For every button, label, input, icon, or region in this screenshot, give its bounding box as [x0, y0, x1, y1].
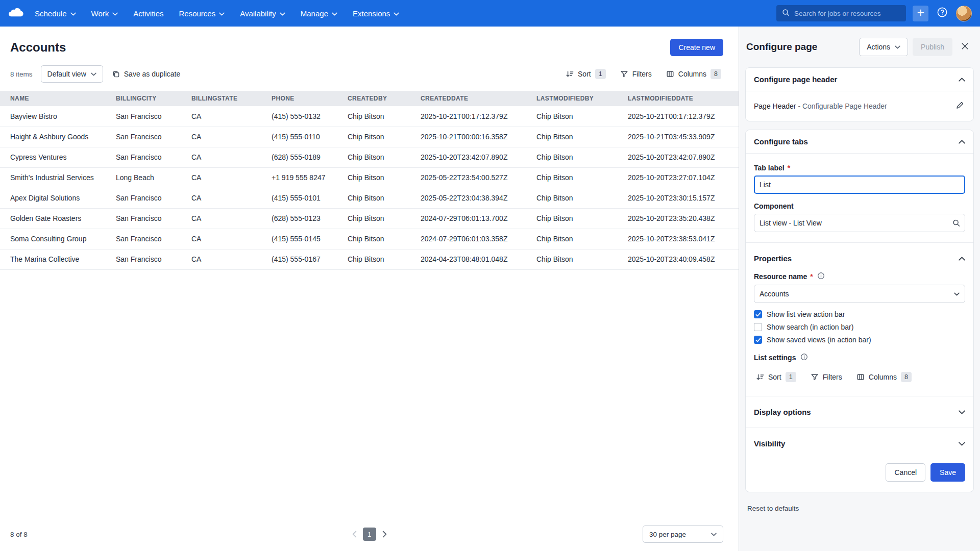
cell-billingstate: CA	[185, 249, 265, 269]
columns-icon	[856, 373, 865, 381]
actions-label: Actions	[867, 43, 890, 51]
section-title: Visibility	[754, 439, 785, 448]
save-as-duplicate-label: Save as duplicate	[124, 70, 181, 78]
list-toolbar: 8 items Default view Save as duplicate S…	[0, 64, 739, 91]
cell-billingstate: CA	[185, 167, 265, 188]
cell-name: Apex Digital Solutions	[0, 188, 110, 208]
actions-button[interactable]: Actions	[859, 38, 908, 56]
nav-item-work[interactable]: Work	[91, 9, 118, 18]
checkbox-box[interactable]	[754, 310, 762, 318]
panel-columns-button[interactable]: Columns 8	[854, 368, 914, 386]
column-header-billingcity[interactable]: BILLINGCITY	[110, 91, 185, 106]
table-row[interactable]: Golden Gate RoastersSan FranciscoCA(628)…	[0, 208, 739, 229]
chevron-down-icon	[954, 292, 960, 296]
table-row[interactable]: Cypress VenturesSan FranciscoCA(628) 555…	[0, 147, 739, 167]
user-avatar[interactable]	[956, 6, 972, 21]
sort-icon	[756, 373, 764, 381]
cell-createdby: Chip Bitson	[341, 249, 414, 269]
column-header-billingstate[interactable]: BILLINGSTATE	[185, 91, 265, 106]
resource-name-info-icon[interactable]	[817, 272, 825, 281]
current-page-button[interactable]: 1	[363, 528, 376, 541]
reset-to-defaults-button[interactable]: Reset to defaults	[745, 500, 801, 516]
visibility-section-toggle[interactable]: Visibility	[754, 438, 965, 449]
panel-filters-button[interactable]: Filters	[808, 368, 844, 386]
filters-button[interactable]: Filters	[618, 65, 654, 83]
cell-phone: +1 919 555 8247	[265, 167, 341, 188]
cell-lastmodifiedby: Chip Bitson	[530, 188, 622, 208]
table-row[interactable]: Apex Digital SolutionsSan FranciscoCA(41…	[0, 188, 739, 208]
display-options-section-toggle[interactable]: Display options	[754, 407, 965, 417]
column-header-lastmodifiedby[interactable]: LASTMODIFIEDBY	[530, 91, 622, 106]
column-header-lastmodifieddate[interactable]: LASTMODIFIEDDATE	[622, 91, 739, 106]
checkbox-box[interactable]	[754, 323, 762, 331]
next-page-icon[interactable]	[382, 531, 387, 538]
filters-label: Filters	[823, 373, 842, 381]
column-header-createddate[interactable]: CREATEDDATE	[414, 91, 530, 106]
chevron-up-icon	[959, 78, 965, 82]
search-icon[interactable]	[952, 219, 960, 227]
global-create-button[interactable]	[913, 6, 928, 21]
panel-sort-button[interactable]: Sort 1	[754, 368, 798, 386]
cell-billingcity: San Francisco	[110, 188, 185, 208]
column-header-phone[interactable]: PHONE	[265, 91, 341, 106]
cell-lastmodifiedby: Chip Bitson	[530, 127, 622, 147]
save-as-duplicate-button[interactable]: Save as duplicate	[110, 65, 183, 83]
column-header-createdby[interactable]: CREATEDBY	[341, 91, 414, 106]
component-lookup-input[interactable]	[754, 214, 965, 232]
checkbox-box[interactable]	[754, 336, 762, 344]
required-asterisk: *	[788, 164, 790, 172]
table-row[interactable]: Soma Consulting GroupSan FranciscoCA(415…	[0, 229, 739, 249]
create-new-button[interactable]: Create new	[670, 39, 723, 56]
cell-lastmodifiedby: Chip Bitson	[530, 147, 622, 167]
columns-button[interactable]: Columns 8	[664, 65, 723, 83]
nav-item-activities[interactable]: Activities	[133, 9, 163, 18]
sort-icon	[566, 70, 574, 78]
sort-button[interactable]: Sort 1	[564, 65, 608, 83]
close-panel-icon[interactable]	[958, 39, 972, 55]
nav-item-manage[interactable]: Manage	[301, 9, 337, 18]
save-button[interactable]: Save	[930, 463, 965, 482]
table-row[interactable]: The Marina CollectiveSan FranciscoCA(415…	[0, 249, 739, 269]
cell-lastmodifiedby: Chip Bitson	[530, 229, 622, 249]
tab-label-input[interactable]	[754, 176, 965, 194]
checkbox-show-saved-views-in-action-bar[interactable]: Show saved views (in action bar)	[754, 336, 965, 344]
global-search[interactable]	[776, 5, 906, 21]
cancel-button[interactable]: Cancel	[886, 463, 925, 482]
pagination-count: 8 of 8	[10, 531, 28, 538]
publish-button[interactable]: Publish	[913, 38, 952, 56]
cell-lastmodifieddate: 2025-10-20T23:38:53.041Z	[622, 229, 739, 249]
app-logo-icon[interactable]	[8, 7, 26, 19]
table-row[interactable]: Bayview BistroSan FranciscoCA(415) 555-0…	[0, 106, 739, 127]
chevron-down-icon	[332, 12, 337, 16]
nav-item-extensions[interactable]: Extensions	[353, 9, 399, 18]
edit-page-header-button[interactable]	[954, 100, 965, 112]
per-page-select[interactable]: 30 per page	[643, 525, 723, 543]
cell-phone: (415) 555-0132	[265, 106, 341, 127]
panel-title: Configure page	[746, 41, 817, 53]
checkbox-show-list-view-action-bar[interactable]: Show list view action bar	[754, 310, 965, 318]
resource-name-select[interactable]: Accounts	[754, 285, 965, 303]
nav-item-resources[interactable]: Resources	[179, 9, 225, 18]
nav-item-availability[interactable]: Availability	[240, 9, 285, 18]
cell-name: Bayview Bistro	[0, 106, 110, 127]
configure-tabs-toggle[interactable]: Configure tabs	[746, 130, 973, 154]
main-nav: ScheduleWorkActivitiesResourcesAvailabil…	[35, 9, 399, 18]
list-settings-info-icon[interactable]	[800, 353, 808, 362]
saved-view-select[interactable]: Default view	[41, 65, 103, 83]
nav-item-schedule[interactable]: Schedule	[35, 9, 76, 18]
help-icon[interactable]	[935, 6, 949, 20]
section-title: Display options	[754, 408, 811, 416]
global-search-input[interactable]	[794, 10, 900, 17]
configure-page-header-toggle[interactable]: Configure page header	[746, 68, 973, 91]
table-row[interactable]: Smith's Industrial ServicesLong BeachCA+…	[0, 167, 739, 188]
cell-createddate: 2024-04-23T08:48:01.048Z	[414, 249, 530, 269]
cell-name: Soma Consulting Group	[0, 229, 110, 249]
cell-phone: (415) 555-0101	[265, 188, 341, 208]
prev-page-icon[interactable]	[352, 531, 357, 538]
checkbox-show-search-in-action-bar[interactable]: Show search (in action bar)	[754, 323, 965, 331]
table-row[interactable]: Haight & Ashbury GoodsSan FranciscoCA(41…	[0, 127, 739, 147]
column-header-name[interactable]: NAME	[0, 91, 110, 106]
filters-label: Filters	[632, 70, 652, 78]
properties-section-toggle[interactable]: Properties	[754, 253, 965, 264]
info-icon	[817, 272, 825, 281]
